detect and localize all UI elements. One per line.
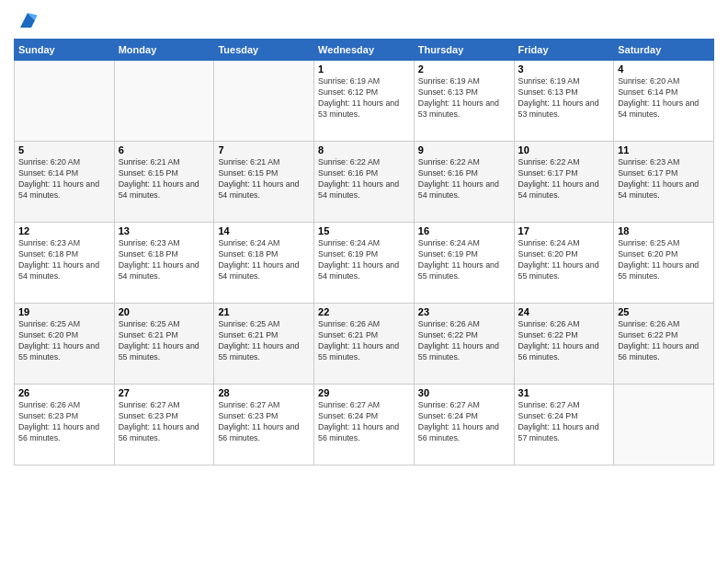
day-info: Sunrise: 6:27 AMSunset: 6:24 PMDaylight:… [318,400,410,444]
day-number: 1 [318,63,410,75]
calendar-cell: 12Sunrise: 6:23 AMSunset: 6:18 PMDayligh… [15,223,115,304]
day-info: Sunrise: 6:27 AMSunset: 6:24 PMDaylight:… [518,400,610,444]
day-header-sunday: Sunday [15,40,115,61]
day-info: Sunrise: 6:23 AMSunset: 6:17 PMDaylight:… [618,157,710,201]
calendar-cell: 22Sunrise: 6:26 AMSunset: 6:21 PMDayligh… [314,304,415,385]
calendar-cell: 14Sunrise: 6:24 AMSunset: 6:18 PMDayligh… [214,223,314,304]
day-number: 18 [618,225,710,236]
logo-icon [17,9,39,31]
day-number: 10 [518,144,610,155]
day-info: Sunrise: 6:27 AMSunset: 6:23 PMDaylight:… [218,400,310,444]
day-info: Sunrise: 6:19 AMSunset: 6:12 PMDaylight:… [318,76,410,121]
calendar-cell [15,61,115,142]
day-info: Sunrise: 6:21 AMSunset: 6:15 PMDaylight:… [119,157,210,201]
day-number: 24 [518,306,610,317]
calendar-cell: 9Sunrise: 6:22 AMSunset: 6:16 PMDaylight… [414,142,514,223]
calendar-cell [114,61,214,142]
day-info: Sunrise: 6:25 AMSunset: 6:20 PMDaylight:… [618,238,710,282]
calendar-cell: 10Sunrise: 6:22 AMSunset: 6:17 PMDayligh… [514,142,614,223]
day-info: Sunrise: 6:25 AMSunset: 6:21 PMDaylight:… [119,319,210,363]
calendar-cell: 11Sunrise: 6:23 AMSunset: 6:17 PMDayligh… [614,142,714,223]
calendar-cell: 2Sunrise: 6:19 AMSunset: 6:13 PMDaylight… [414,61,514,142]
logo [14,9,39,31]
day-number: 8 [318,144,410,155]
day-header-friday: Friday [514,40,614,61]
calendar-cell: 3Sunrise: 6:19 AMSunset: 6:13 PMDaylight… [514,61,614,142]
calendar-cell: 29Sunrise: 6:27 AMSunset: 6:24 PMDayligh… [314,385,415,465]
day-info: Sunrise: 6:22 AMSunset: 6:16 PMDaylight:… [318,157,410,201]
calendar-cell: 7Sunrise: 6:21 AMSunset: 6:15 PMDaylight… [214,142,314,223]
day-info: Sunrise: 6:26 AMSunset: 6:21 PMDaylight:… [318,319,410,363]
calendar-week-4: 19Sunrise: 6:25 AMSunset: 6:20 PMDayligh… [15,304,714,385]
day-header-saturday: Saturday [614,40,714,61]
day-number: 28 [218,387,310,398]
day-number: 20 [119,306,210,317]
calendar-week-3: 12Sunrise: 6:23 AMSunset: 6:18 PMDayligh… [15,223,714,304]
day-number: 19 [18,306,110,317]
day-info: Sunrise: 6:20 AMSunset: 6:14 PMDaylight:… [18,157,110,201]
day-info: Sunrise: 6:21 AMSunset: 6:15 PMDaylight:… [218,157,310,201]
calendar: SundayMondayTuesdayWednesdayThursdayFrid… [14,39,714,465]
calendar-cell: 16Sunrise: 6:24 AMSunset: 6:19 PMDayligh… [414,223,514,304]
calendar-cell: 30Sunrise: 6:27 AMSunset: 6:24 PMDayligh… [414,385,514,465]
day-number: 6 [119,144,210,155]
calendar-cell: 1Sunrise: 6:19 AMSunset: 6:12 PMDaylight… [314,61,415,142]
day-info: Sunrise: 6:24 AMSunset: 6:19 PMDaylight:… [418,238,510,282]
day-number: 29 [318,387,410,398]
day-info: Sunrise: 6:26 AMSunset: 6:22 PMDaylight:… [418,319,510,363]
calendar-cell: 27Sunrise: 6:27 AMSunset: 6:23 PMDayligh… [114,385,214,465]
day-info: Sunrise: 6:24 AMSunset: 6:20 PMDaylight:… [518,238,610,282]
day-header-thursday: Thursday [414,40,514,61]
day-number: 22 [318,306,410,317]
day-info: Sunrise: 6:24 AMSunset: 6:18 PMDaylight:… [218,238,310,282]
day-number: 11 [618,144,710,155]
day-number: 25 [618,306,710,317]
calendar-cell: 20Sunrise: 6:25 AMSunset: 6:21 PMDayligh… [114,304,214,385]
day-info: Sunrise: 6:27 AMSunset: 6:24 PMDaylight:… [418,400,510,444]
day-info: Sunrise: 6:23 AMSunset: 6:18 PMDaylight:… [18,238,110,282]
header [14,9,714,31]
day-info: Sunrise: 6:25 AMSunset: 6:20 PMDaylight:… [18,319,110,363]
day-info: Sunrise: 6:26 AMSunset: 6:22 PMDaylight:… [518,319,610,363]
day-header-tuesday: Tuesday [214,40,314,61]
calendar-cell: 26Sunrise: 6:26 AMSunset: 6:23 PMDayligh… [15,385,115,465]
day-number: 31 [518,387,610,398]
calendar-cell: 23Sunrise: 6:26 AMSunset: 6:22 PMDayligh… [414,304,514,385]
calendar-cell: 4Sunrise: 6:20 AMSunset: 6:14 PMDaylight… [614,61,714,142]
day-number: 30 [418,387,510,398]
calendar-header-row: SundayMondayTuesdayWednesdayThursdayFrid… [15,40,714,61]
calendar-cell: 24Sunrise: 6:26 AMSunset: 6:22 PMDayligh… [514,304,614,385]
day-info: Sunrise: 6:26 AMSunset: 6:22 PMDaylight:… [618,319,710,363]
day-number: 27 [119,387,210,398]
day-info: Sunrise: 6:27 AMSunset: 6:23 PMDaylight:… [119,400,210,444]
calendar-cell: 5Sunrise: 6:20 AMSunset: 6:14 PMDaylight… [15,142,115,223]
calendar-cell [214,61,314,142]
day-header-wednesday: Wednesday [314,40,415,61]
calendar-cell: 21Sunrise: 6:25 AMSunset: 6:21 PMDayligh… [214,304,314,385]
calendar-cell: 19Sunrise: 6:25 AMSunset: 6:20 PMDayligh… [15,304,115,385]
day-info: Sunrise: 6:22 AMSunset: 6:16 PMDaylight:… [418,157,510,201]
day-number: 7 [218,144,310,155]
calendar-cell [614,385,714,465]
calendar-cell: 6Sunrise: 6:21 AMSunset: 6:15 PMDaylight… [114,142,214,223]
day-number: 5 [18,144,110,155]
calendar-cell: 18Sunrise: 6:25 AMSunset: 6:20 PMDayligh… [614,223,714,304]
day-number: 21 [218,306,310,317]
calendar-cell: 8Sunrise: 6:22 AMSunset: 6:16 PMDaylight… [314,142,415,223]
day-info: Sunrise: 6:25 AMSunset: 6:21 PMDaylight:… [218,319,310,363]
day-number: 26 [18,387,110,398]
day-number: 15 [318,225,410,236]
calendar-cell: 31Sunrise: 6:27 AMSunset: 6:24 PMDayligh… [514,385,614,465]
day-number: 14 [218,225,310,236]
calendar-cell: 17Sunrise: 6:24 AMSunset: 6:20 PMDayligh… [514,223,614,304]
day-number: 23 [418,306,510,317]
day-number: 3 [518,63,610,75]
day-number: 16 [418,225,510,236]
day-info: Sunrise: 6:23 AMSunset: 6:18 PMDaylight:… [119,238,210,282]
day-number: 2 [418,63,510,75]
day-info: Sunrise: 6:24 AMSunset: 6:19 PMDaylight:… [318,238,410,282]
calendar-cell: 25Sunrise: 6:26 AMSunset: 6:22 PMDayligh… [614,304,714,385]
calendar-week-5: 26Sunrise: 6:26 AMSunset: 6:23 PMDayligh… [15,385,714,465]
calendar-week-2: 5Sunrise: 6:20 AMSunset: 6:14 PMDaylight… [15,142,714,223]
day-info: Sunrise: 6:22 AMSunset: 6:17 PMDaylight:… [518,157,610,201]
